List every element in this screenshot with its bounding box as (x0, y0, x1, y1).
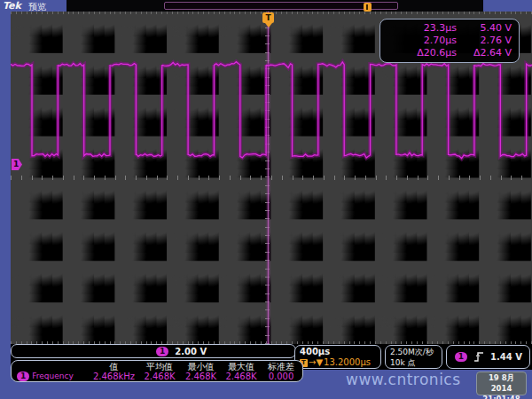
channel-scale-box[interactable]: 1 2.00 V (11, 344, 296, 358)
datetime-box: 19 8月 2014 21:01:48 (476, 372, 527, 395)
oscilloscope-screen: Tek 预览 T 1 23.3µs 5.40 V 2.70µs 2.76 V (0, 0, 532, 399)
cursor-b-time: 2.70µs (387, 35, 457, 47)
measurement-stddev: 0.000 (262, 372, 301, 381)
horizontal-delay-value: 13.2000µs (324, 357, 371, 368)
cursor-row-delta: Δ20.6µs Δ2.64 V (387, 47, 512, 59)
trigger-flag-icon[interactable]: T (262, 12, 274, 23)
measurement-header-max: 最大值 (221, 362, 262, 372)
channel1-scale-value: 2.00 V (175, 347, 207, 356)
measurement-name: Frequency (32, 372, 74, 381)
top-status-bar: Tek 预览 (0, 0, 532, 12)
watermark: www.cntronics (346, 371, 461, 388)
cursor-a-time: 23.3µs (387, 22, 457, 35)
trigger-level-value: 1.44 V (490, 352, 522, 362)
record-window-bar[interactable] (164, 2, 398, 10)
trigger-position-marker-icon[interactable] (364, 3, 372, 12)
cursor-readout-box: 23.3µs 5.40 V 2.70µs 2.76 V Δ20.6µs Δ2.6… (379, 19, 520, 63)
measurement-max: 2.468K (221, 372, 262, 381)
display-area: T 1 23.3µs 5.40 V 2.70µs 2.76 V Δ20.6µs … (11, 12, 532, 370)
measurement-row[interactable]: 1 Frequency 2.468kHz 2.468K 2.468K 2.468… (13, 372, 302, 381)
cursor-delta-time: Δ20.6µs (387, 47, 457, 59)
measurement-header-blank (13, 362, 90, 372)
measurement-value: 2.468kHz (90, 372, 138, 381)
horizontal-scale-box[interactable]: 400µs T →▼ 13.2000µs (294, 345, 381, 369)
measurement-header-row: 值 平均值 最小值 最大值 标准差 (13, 362, 302, 372)
measurement-header-min: 最小值 (181, 362, 221, 372)
cursor-b-volt: 2.76 V (457, 35, 512, 47)
brand-logo: Tek (3, 0, 21, 12)
delay-arrows-icon: →▼ (309, 357, 323, 368)
cursor-row-a: 23.3µs 5.40 V (387, 22, 512, 35)
trigger-level-box[interactable]: 1 1.44 V (446, 345, 530, 369)
measurement-channel-badge: 1 (17, 372, 29, 381)
measurement-header-value: 值 (90, 362, 138, 372)
trigger-source-badge: 1 (455, 352, 467, 362)
time-value: 21:01:48 (477, 394, 526, 399)
cursor-a-volt: 5.40 V (457, 22, 512, 35)
date-value: 19 8月 2014 (477, 372, 526, 394)
cursor-row-b: 2.70µs 2.76 V (387, 35, 512, 47)
record-view-strip (66, 0, 483, 12)
horizontal-delay-row: T →▼ 13.2000µs (300, 357, 376, 368)
measurement-mean: 2.468K (138, 372, 181, 381)
measurement-table: 值 平均值 最小值 最大值 标准差 1 Frequency 2.468kHz 2… (11, 360, 303, 382)
measurement-min: 2.468K (181, 372, 221, 381)
measurement-name-cell: 1 Frequency (13, 372, 90, 381)
horizontal-scale-value: 400µs (300, 347, 376, 357)
rising-edge-icon (473, 351, 484, 363)
sample-rate-value: 2.50M次/秒 (390, 347, 437, 357)
record-length-value: 10k 点 (390, 357, 437, 368)
cursor-delta-volt: Δ2.64 V (457, 47, 512, 59)
channel1-badge: 1 (156, 347, 168, 356)
measurement-header-mean: 平均值 (138, 362, 181, 372)
acquisition-box[interactable]: 2.50M次/秒 10k 点 (385, 345, 442, 369)
measurement-header-stddev: 标准差 (262, 362, 301, 372)
